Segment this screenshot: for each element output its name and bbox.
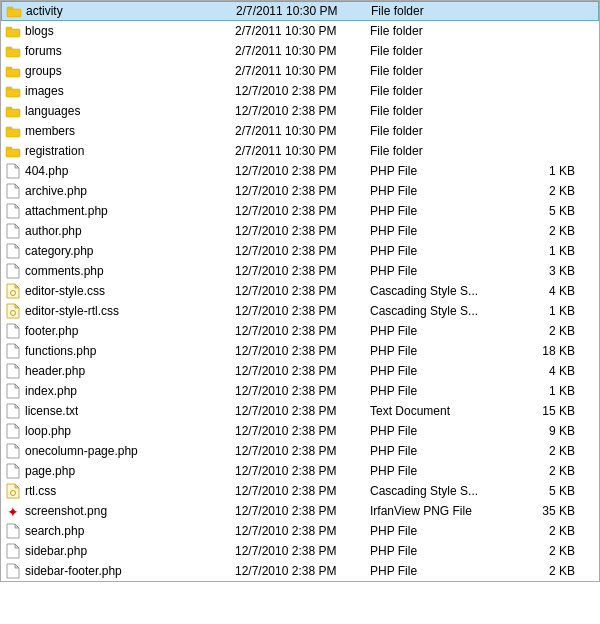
file-type-cell: File folder xyxy=(371,4,526,18)
file-date-cell: 12/7/2010 2:38 PM xyxy=(235,284,370,298)
file-type-cell: PHP File xyxy=(370,244,525,258)
table-row[interactable]: license.txt12/7/2010 2:38 PMText Documen… xyxy=(1,401,599,421)
file-type-cell: PHP File xyxy=(370,424,525,438)
file-date-cell: 12/7/2010 2:38 PM xyxy=(235,424,370,438)
file-type-cell: PHP File xyxy=(370,464,525,478)
file-type-cell: PHP File xyxy=(370,324,525,338)
filename-label: archive.php xyxy=(25,184,87,198)
svg-rect-11 xyxy=(6,109,20,117)
php-icon xyxy=(5,263,21,279)
table-row[interactable]: index.php12/7/2010 2:38 PMPHP File1 KB xyxy=(1,381,599,401)
file-size-cell: 3 KB xyxy=(525,264,575,278)
table-row[interactable]: languages12/7/2010 2:38 PMFile folder xyxy=(1,101,599,121)
php-icon xyxy=(5,523,21,539)
file-size-cell: 18 KB xyxy=(525,344,575,358)
table-row[interactable]: functions.php12/7/2010 2:38 PMPHP File18… xyxy=(1,341,599,361)
svg-marker-35 xyxy=(15,324,19,328)
filename-label: members xyxy=(25,124,75,138)
table-row[interactable]: rtl.css12/7/2010 2:38 PMCascading Style … xyxy=(1,481,599,501)
table-row[interactable]: search.php12/7/2010 2:38 PMPHP File2 KB xyxy=(1,521,599,541)
table-row[interactable]: attachment.php12/7/2010 2:38 PMPHP File5… xyxy=(1,201,599,221)
file-date-cell: 12/7/2010 2:38 PM xyxy=(235,204,370,218)
php-icon xyxy=(5,343,21,359)
table-row[interactable]: sidebar.php12/7/2010 2:38 PMPHP File2 KB xyxy=(1,541,599,561)
table-row[interactable]: header.php12/7/2010 2:38 PMPHP File4 KB xyxy=(1,361,599,381)
table-row[interactable]: page.php12/7/2010 2:38 PMPHP File2 KB xyxy=(1,461,599,481)
file-type-cell: Text Document xyxy=(370,404,525,418)
table-row[interactable]: forums2/7/2011 10:30 PMFile folder xyxy=(1,41,599,61)
svg-rect-1 xyxy=(7,9,21,17)
file-size-cell: 9 KB xyxy=(525,424,575,438)
php-icon xyxy=(5,363,21,379)
file-size-cell: 1 KB xyxy=(525,244,575,258)
file-name-cell: sidebar-footer.php xyxy=(5,563,235,579)
table-row[interactable]: images12/7/2010 2:38 PMFile folder xyxy=(1,81,599,101)
table-row[interactable]: groups2/7/2011 10:30 PMFile folder xyxy=(1,61,599,81)
file-date-cell: 12/7/2010 2:38 PM xyxy=(235,164,370,178)
file-type-cell: PHP File xyxy=(370,364,525,378)
table-row[interactable]: members2/7/2011 10:30 PMFile folder xyxy=(1,121,599,141)
file-size-cell: 1 KB xyxy=(525,384,575,398)
svg-marker-43 xyxy=(15,404,19,408)
filename-label: attachment.php xyxy=(25,204,108,218)
folder-icon xyxy=(5,103,21,119)
svg-marker-49 xyxy=(15,464,19,468)
filename-label: forums xyxy=(25,44,62,58)
file-name-cell: loop.php xyxy=(5,423,235,439)
table-row[interactable]: editor-style-rtl.css12/7/2010 2:38 PMCas… xyxy=(1,301,599,321)
table-row[interactable]: loop.php12/7/2010 2:38 PMPHP File9 KB xyxy=(1,421,599,441)
file-size-cell: 2 KB xyxy=(525,544,575,558)
folder-icon xyxy=(5,143,21,159)
file-type-cell: Cascading Style S... xyxy=(370,484,525,498)
table-row[interactable]: editor-style.css12/7/2010 2:38 PMCascadi… xyxy=(1,281,599,301)
file-date-cell: 12/7/2010 2:38 PM xyxy=(235,264,370,278)
file-name-cell: groups xyxy=(5,63,235,79)
file-type-cell: File folder xyxy=(370,64,525,78)
table-row[interactable]: onecolumn-page.php12/7/2010 2:38 PMPHP F… xyxy=(1,441,599,461)
table-row[interactable]: footer.php12/7/2010 2:38 PMPHP File2 KB xyxy=(1,321,599,341)
svg-marker-51 xyxy=(15,484,19,488)
filename-label: comments.php xyxy=(25,264,104,278)
css-icon xyxy=(5,283,21,299)
file-date-cell: 12/7/2010 2:38 PM xyxy=(235,244,370,258)
file-name-cell: attachment.php xyxy=(5,203,235,219)
php-icon xyxy=(5,183,21,199)
filename-label: sidebar.php xyxy=(25,544,87,558)
svg-marker-41 xyxy=(15,384,19,388)
table-row[interactable]: archive.php12/7/2010 2:38 PMPHP File2 KB xyxy=(1,181,599,201)
table-row[interactable]: ✦screenshot.png12/7/2010 2:38 PMIrfanVie… xyxy=(1,501,599,521)
table-row[interactable]: registration2/7/2011 10:30 PMFile folder xyxy=(1,141,599,161)
table-row[interactable]: activity2/7/2011 10:30 PMFile folder xyxy=(1,1,599,21)
file-date-cell: 12/7/2010 2:38 PM xyxy=(235,484,370,498)
svg-marker-23 xyxy=(15,224,19,228)
file-type-cell: Cascading Style S... xyxy=(370,284,525,298)
file-name-cell: functions.php xyxy=(5,343,235,359)
file-date-cell: 12/7/2010 2:38 PM xyxy=(235,464,370,478)
filename-label: search.php xyxy=(25,524,84,538)
file-type-cell: File folder xyxy=(370,104,525,118)
file-type-cell: File folder xyxy=(370,44,525,58)
file-name-cell: editor-style.css xyxy=(5,283,235,299)
table-row[interactable]: sidebar-footer.php12/7/2010 2:38 PMPHP F… xyxy=(1,561,599,581)
php-icon xyxy=(5,563,21,579)
file-name-cell: license.txt xyxy=(5,403,235,419)
file-name-cell: index.php xyxy=(5,383,235,399)
file-date-cell: 2/7/2011 10:30 PM xyxy=(235,24,370,38)
file-name-cell: members xyxy=(5,123,235,139)
table-row[interactable]: comments.php12/7/2010 2:38 PMPHP File3 K… xyxy=(1,261,599,281)
file-name-cell: forums xyxy=(5,43,235,59)
table-row[interactable]: 404.php12/7/2010 2:38 PMPHP File1 KB xyxy=(1,161,599,181)
file-size-cell: 4 KB xyxy=(525,284,575,298)
svg-marker-55 xyxy=(15,524,19,528)
table-row[interactable]: category.php12/7/2010 2:38 PMPHP File1 K… xyxy=(1,241,599,261)
file-date-cell: 12/7/2010 2:38 PM xyxy=(235,444,370,458)
folder-icon xyxy=(5,63,21,79)
file-name-cell: page.php xyxy=(5,463,235,479)
file-name-cell: 404.php xyxy=(5,163,235,179)
table-row[interactable]: author.php12/7/2010 2:38 PMPHP File2 KB xyxy=(1,221,599,241)
table-row[interactable]: blogs2/7/2011 10:30 PMFile folder xyxy=(1,21,599,41)
php-icon xyxy=(5,223,21,239)
file-date-cell: 12/7/2010 2:38 PM xyxy=(235,404,370,418)
file-date-cell: 12/7/2010 2:38 PM xyxy=(235,544,370,558)
filename-label: page.php xyxy=(25,464,75,478)
